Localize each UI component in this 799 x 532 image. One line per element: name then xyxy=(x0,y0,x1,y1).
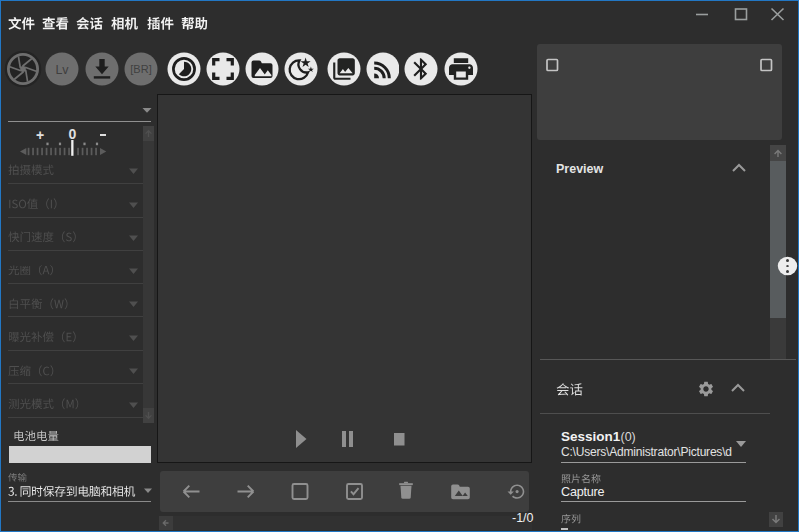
svg-text:[BR]: [BR] xyxy=(130,63,151,75)
